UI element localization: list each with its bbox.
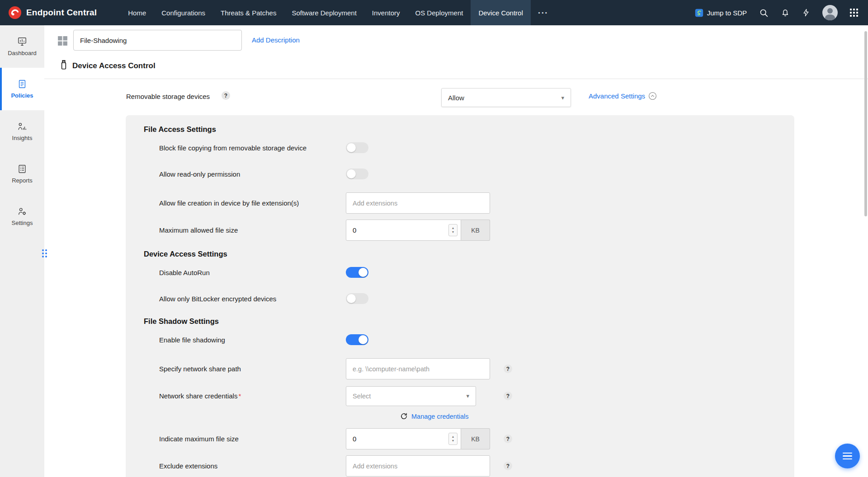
- stepper-down-icon[interactable]: ▾: [452, 230, 454, 234]
- apps-grid-icon[interactable]: [850, 9, 858, 17]
- advanced-settings-link[interactable]: Advanced Settings: [589, 92, 657, 100]
- policy-header: Add Description Device Access Control: [44, 25, 868, 79]
- search-icon[interactable]: [759, 8, 769, 18]
- input-exclude-extensions[interactable]: [346, 455, 490, 477]
- nav-item-device-control[interactable]: Device Control: [471, 0, 530, 25]
- shadow-max-file-size-group: ▴ ▾ KB: [346, 428, 490, 449]
- sidebar-item-dashboard[interactable]: Dashboard: [0, 25, 44, 68]
- sidebar-item-label: Dashboard: [8, 50, 37, 56]
- nav-item-home[interactable]: Home: [120, 0, 154, 25]
- toggle-read-only-permission[interactable]: [346, 168, 368, 179]
- manage-credentials-link[interactable]: Manage credentials: [411, 413, 469, 420]
- nav-item-inventory[interactable]: Inventory: [364, 0, 408, 25]
- dropdown-value: Allow: [448, 94, 464, 102]
- refresh-icon[interactable]: [400, 412, 408, 420]
- sidebar-item-reports[interactable]: Reports: [0, 153, 44, 195]
- section-title-device-access: Device Access Settings: [144, 250, 794, 258]
- setting-row: Specify network share path ?: [159, 358, 794, 379]
- setting-label: Enable file shadowing: [159, 336, 346, 344]
- setting-row: Block file copying from removable storag…: [159, 140, 794, 155]
- help-icon[interactable]: ?: [222, 91, 230, 100]
- setting-row: Exclude extensions ?: [159, 455, 794, 477]
- usb-device-icon: [58, 59, 70, 70]
- hamburger-icon: [843, 453, 852, 454]
- top-navbar: Endpoint Central Home Configurations Thr…: [0, 0, 868, 25]
- stepper-down-icon[interactable]: ▾: [452, 439, 454, 443]
- primary-nav: Home Configurations Threats & Patches So…: [120, 0, 556, 25]
- nav-item-configurations[interactable]: Configurations: [154, 0, 213, 25]
- setting-row: Enable file shadowing: [159, 332, 794, 347]
- setting-row: Allow read-only permission: [159, 166, 794, 182]
- jump-to-sdp-button[interactable]: Jump to SDP: [695, 9, 747, 17]
- nav-item-threats-patches[interactable]: Threats & Patches: [213, 0, 284, 25]
- chevron-up-circle-icon: [648, 92, 657, 100]
- sidebar-resize-handle[interactable]: [41, 246, 47, 261]
- stepper-control[interactable]: ▴ ▾: [448, 433, 458, 445]
- floating-menu-button[interactable]: [835, 444, 860, 468]
- sidebar-item-label: Insights: [12, 135, 33, 141]
- select-network-share-credentials[interactable]: Select ▾: [346, 386, 476, 406]
- sidebar-item-label: Reports: [12, 177, 33, 184]
- brand[interactable]: Endpoint Central: [0, 6, 97, 19]
- left-sidebar: Dashboard Policies Insights Reports Sett…: [0, 25, 44, 477]
- nav-item-os-deployment[interactable]: OS Deployment: [408, 0, 471, 25]
- input-allowed-extensions[interactable]: [346, 192, 490, 214]
- scrollbar-thumb[interactable]: [864, 31, 867, 216]
- max-file-size-group: ▴ ▾ KB: [346, 220, 490, 241]
- settings-icon: [17, 206, 27, 216]
- input-max-file-size[interactable]: [346, 220, 461, 241]
- sdp-icon: [695, 9, 703, 17]
- sidebar-item-label: Policies: [11, 92, 33, 99]
- policy-name-input[interactable]: [73, 30, 242, 51]
- unit-label: KB: [461, 428, 490, 449]
- setting-label: Allow read-only permission: [159, 170, 346, 178]
- removable-storage-dropdown[interactable]: Allow ▾: [441, 88, 571, 107]
- input-network-share-path[interactable]: [346, 358, 490, 379]
- sidebar-item-insights[interactable]: Insights: [0, 110, 44, 153]
- sidebar-item-label: Settings: [12, 220, 33, 226]
- required-asterisk: *: [238, 392, 241, 400]
- setting-label: Indicate maximum file size: [159, 435, 346, 443]
- setting-label: Allow only BitLocker encrypted devices: [159, 295, 346, 303]
- setting-label: Maximum allowed file size: [159, 226, 346, 234]
- setting-row: Maximum allowed file size ▴ ▾ KB: [159, 220, 794, 241]
- brand-name: Endpoint Central: [26, 8, 97, 18]
- nav-item-software-deployment[interactable]: Software Deployment: [284, 0, 364, 25]
- notifications-bell-icon[interactable]: [781, 8, 790, 17]
- add-description-link[interactable]: Add Description: [252, 36, 300, 44]
- setting-row: Network share credentials* Select ▾ ?: [159, 385, 794, 407]
- advanced-settings-panel: File Access Settings Block file copying …: [126, 115, 794, 477]
- user-avatar[interactable]: [822, 5, 838, 20]
- sidebar-item-settings[interactable]: Settings: [0, 195, 44, 238]
- page-scrollbar[interactable]: [863, 25, 868, 477]
- manage-credentials-row: Manage credentials: [400, 412, 794, 420]
- help-icon[interactable]: ?: [504, 435, 512, 443]
- section-title-file-access: File Access Settings: [144, 125, 794, 134]
- reports-icon: [17, 164, 27, 174]
- toggle-enable-file-shadowing[interactable]: [346, 334, 368, 345]
- toggle-disable-autorun[interactable]: [346, 267, 368, 278]
- nav-more-menu[interactable]: ···: [531, 0, 556, 25]
- setting-row: Disable AutoRun: [159, 265, 794, 280]
- sidebar-item-policies[interactable]: Policies: [0, 68, 44, 110]
- quick-actions-zap-icon[interactable]: [802, 8, 810, 17]
- help-icon[interactable]: ?: [504, 365, 512, 373]
- stepper-control[interactable]: ▴ ▾: [448, 224, 458, 236]
- select-value: Select: [353, 393, 371, 400]
- setting-row: Allow file creation in device by file ex…: [159, 192, 794, 214]
- setting-row: Allow only BitLocker encrypted devices: [159, 291, 794, 306]
- toggle-bitlocker-only[interactable]: [346, 293, 368, 304]
- setting-label: Specify network share path: [159, 365, 346, 373]
- windows-icon: [57, 35, 68, 47]
- jump-to-sdp-label: Jump to SDP: [707, 9, 747, 17]
- help-icon[interactable]: ?: [504, 392, 512, 400]
- chevron-down-icon: ▾: [561, 94, 564, 101]
- setting-label: Exclude extensions: [159, 462, 346, 470]
- input-shadow-max-file-size[interactable]: [346, 428, 461, 449]
- advanced-settings-label: Advanced Settings: [589, 92, 645, 100]
- setting-label: Network share credentials*: [159, 392, 346, 400]
- nav-right-cluster: Jump to SDP: [695, 5, 868, 20]
- toggle-block-file-copy[interactable]: [346, 142, 368, 153]
- help-icon[interactable]: ?: [504, 462, 512, 470]
- setting-label: Allow file creation in device by file ex…: [159, 199, 346, 207]
